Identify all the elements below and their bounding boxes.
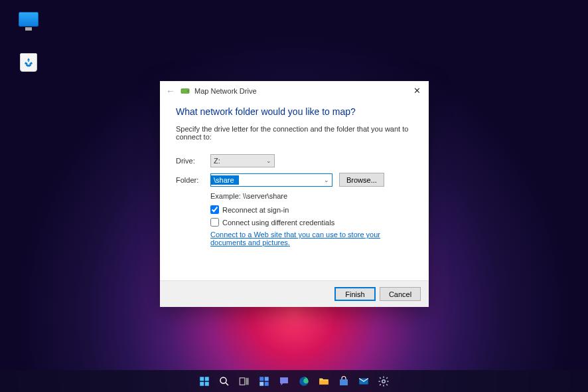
- dialog-footer: Finish Cancel: [160, 280, 429, 307]
- taskbar-mail[interactable]: [355, 372, 373, 390]
- store-icon: [338, 375, 350, 387]
- taskbar-start[interactable]: [196, 372, 214, 390]
- taskbar-widgets[interactable]: [256, 372, 273, 390]
- taskbar-search[interactable]: [216, 372, 234, 390]
- drive-label: Drive:: [176, 157, 210, 165]
- folder-label: Folder:: [176, 176, 210, 184]
- chevron-down-icon[interactable]: ⌄: [321, 177, 332, 183]
- web-storage-link[interactable]: Connect to a Web site that you can use t…: [210, 231, 413, 246]
- dialog-body: What network folder would you like to ma…: [160, 101, 429, 280]
- reconnect-label: Reconnect at sign-in: [222, 206, 289, 214]
- folder-example: Example: \\server\share: [210, 192, 413, 200]
- drive-value: Z:: [214, 157, 220, 165]
- folder-icon: [318, 375, 330, 387]
- folder-combobox[interactable]: \share ⌄: [210, 173, 332, 187]
- svg-rect-15: [319, 380, 329, 384]
- svg-rect-4: [200, 381, 204, 385]
- gear-icon: [378, 375, 390, 387]
- svg-point-6: [220, 377, 226, 383]
- svg-rect-2: [200, 377, 204, 381]
- close-button[interactable]: ✕: [407, 84, 426, 97]
- browse-button[interactable]: Browse...: [339, 173, 384, 187]
- svg-rect-11: [265, 377, 269, 381]
- svg-rect-9: [246, 377, 249, 385]
- taskbar-chat[interactable]: [275, 372, 293, 390]
- svg-rect-3: [205, 377, 209, 381]
- start-icon: [198, 375, 210, 387]
- network-drive-icon: [180, 86, 190, 96]
- dialog-title: Map Network Drive: [194, 87, 257, 95]
- drive-select[interactable]: Z: ⌄: [210, 154, 275, 167]
- svg-line-7: [226, 383, 228, 385]
- taskbar: [0, 370, 588, 392]
- cancel-button[interactable]: Cancel: [380, 287, 421, 301]
- credentials-label: Connect using different credentials: [222, 219, 334, 227]
- map-network-drive-dialog: ← Map Network Drive ✕ What network folde…: [160, 81, 429, 307]
- dialog-titlebar: ← Map Network Drive ✕: [160, 81, 429, 101]
- drive-row: Drive: Z: ⌄: [176, 154, 413, 167]
- recycle-icon: [23, 57, 34, 68]
- svg-rect-13: [265, 381, 269, 385]
- svg-point-18: [382, 379, 386, 383]
- chat-icon: [278, 375, 290, 387]
- dialog-heading: What network folder would you like to ma…: [176, 106, 413, 117]
- taskbar-file-explorer[interactable]: [315, 372, 333, 390]
- svg-rect-5: [205, 381, 209, 385]
- svg-rect-12: [259, 381, 263, 385]
- mail-icon: [358, 375, 370, 387]
- folder-input[interactable]: \share: [211, 175, 239, 185]
- chevron-down-icon: ⌄: [266, 157, 271, 164]
- reconnect-checkbox-row[interactable]: Reconnect at sign-in: [210, 205, 413, 214]
- back-button: ←: [164, 84, 177, 98]
- taskbar-settings[interactable]: [375, 372, 393, 390]
- svg-rect-8: [240, 377, 245, 385]
- taskbar-store[interactable]: [335, 372, 353, 390]
- edge-icon: [298, 375, 310, 387]
- search-icon: [218, 375, 230, 387]
- svg-rect-16: [340, 379, 348, 385]
- finish-button[interactable]: Finish: [334, 287, 376, 301]
- desktop-icon-this-pc[interactable]: [10, 12, 47, 27]
- taskbar-task-view[interactable]: [236, 372, 254, 390]
- desktop-icon-recycle-bin[interactable]: [10, 53, 47, 72]
- task-view-icon: [238, 375, 250, 387]
- dialog-instruction: Specify the drive letter for the connect…: [176, 125, 413, 141]
- credentials-checkbox-row[interactable]: Connect using different credentials: [210, 218, 413, 227]
- svg-point-1: [187, 90, 188, 91]
- svg-rect-10: [259, 377, 263, 381]
- taskbar-edge[interactable]: [295, 372, 313, 390]
- widgets-icon: [258, 375, 270, 387]
- folder-row: Folder: \share ⌄ Browse...: [176, 173, 413, 187]
- reconnect-checkbox[interactable]: [210, 205, 219, 214]
- credentials-checkbox[interactable]: [210, 218, 219, 227]
